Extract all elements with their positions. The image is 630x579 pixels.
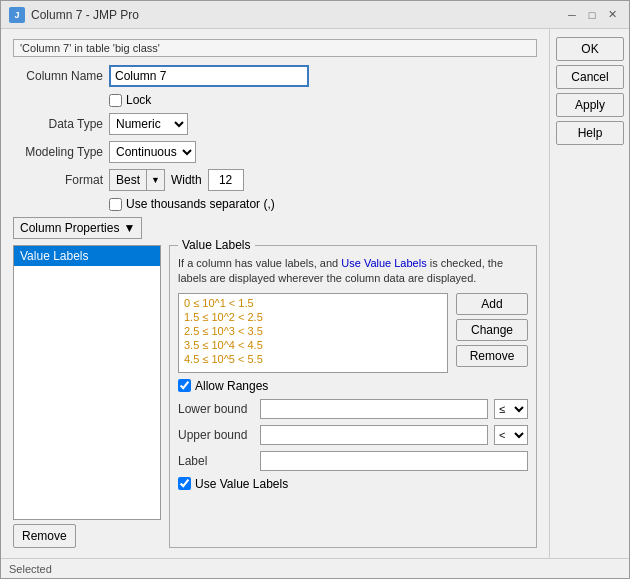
value-labels-buttons: Add Change Remove [456,293,528,373]
value-labels-description: If a column has value labels, and Use Va… [178,256,528,287]
data-type-row: Data Type Numeric Character [13,113,537,135]
label-field-label: Label [178,454,254,468]
column-properties-row: Column Properties ▼ [13,217,537,239]
column-name-row: Column Name [13,65,537,87]
remove-property-button[interactable]: Remove [13,524,76,548]
format-controls: Best ▼ Width [109,169,244,191]
use-value-labels-row: Use Value Labels [178,477,528,491]
side-panel: OK Cancel Apply Help [549,29,629,558]
remove-label-button[interactable]: Remove [456,345,528,367]
data-type-label: Data Type [13,117,103,131]
lock-label: Lock [126,93,151,107]
cancel-button[interactable]: Cancel [556,65,624,89]
format-row: Format Best ▼ Width [13,169,537,191]
add-label-button[interactable]: Add [456,293,528,315]
vl-item-0[interactable]: 0 ≤ 10^1 < 1.5 [181,296,445,310]
apply-button[interactable]: Apply [556,93,624,117]
lower-bound-input[interactable] [260,399,488,419]
upper-bound-operator[interactable]: < ≤ [494,425,528,445]
column-properties-label: Column Properties [20,221,119,235]
maximize-button[interactable]: □ [583,6,601,24]
lower-bound-operator[interactable]: ≤ < [494,399,528,419]
lock-row: Lock [109,93,537,107]
allow-ranges-checkbox[interactable] [178,379,191,392]
label-input[interactable] [260,451,528,471]
upper-bound-label: Upper bound [178,428,254,442]
allow-ranges-label: Allow Ranges [195,379,268,393]
column-name-input[interactable] [109,65,309,87]
value-labels-group-title: Value Labels [178,238,255,252]
modeling-type-label: Modeling Type [13,145,103,159]
list-panel: Value Labels Remove [13,245,161,548]
format-arrow-icon: ▼ [146,170,164,190]
app-icon: J [9,7,25,23]
allow-ranges-row: Allow Ranges [178,379,528,393]
lock-checkbox[interactable] [109,94,122,107]
width-input[interactable] [208,169,244,191]
help-button[interactable]: Help [556,121,624,145]
data-type-select[interactable]: Numeric Character [109,113,188,135]
vl-item-3[interactable]: 3.5 ≤ 10^4 < 4.5 [181,338,445,352]
window-title: Column 7 - JMP Pro [31,8,139,22]
title-bar: J Column 7 - JMP Pro ─ □ ✕ [1,1,629,29]
use-value-labels-label: Use Value Labels [195,477,288,491]
thousands-label: Use thousands separator (,) [126,197,275,211]
modeling-type-row: Modeling Type Continuous Ordinal Nominal [13,141,537,163]
thousands-row: Use thousands separator (,) [109,197,537,211]
value-labels-panel: Value Labels If a column has value label… [169,245,537,548]
ok-button[interactable]: OK [556,37,624,61]
vl-item-4[interactable]: 4.5 ≤ 10^5 < 5.5 [181,352,445,366]
width-label: Width [171,173,202,187]
bottom-section: Value Labels Remove Value Labels If a co… [13,245,537,548]
content-area: 'Column 7' in table 'big class' Column N… [1,29,629,558]
modeling-type-select[interactable]: Continuous Ordinal Nominal [109,141,196,163]
status-text: Selected [9,563,52,575]
format-label: Format [13,173,103,187]
main-panel: 'Column 7' in table 'big class' Column N… [1,29,549,558]
table-label: 'Column 7' in table 'big class' [13,39,537,57]
format-best-button[interactable]: Best ▼ [109,169,165,191]
value-labels-group: Value Labels If a column has value label… [169,245,537,548]
column-properties-button[interactable]: Column Properties ▼ [13,217,142,239]
vl-item-1[interactable]: 1.5 ≤ 10^2 < 2.5 [181,310,445,324]
column-name-label: Column Name [13,69,103,83]
minimize-button[interactable]: ─ [563,6,581,24]
upper-bound-input[interactable] [260,425,488,445]
column-properties-arrow-icon: ▼ [123,221,135,235]
lower-bound-label: Lower bound [178,402,254,416]
use-value-labels-checkbox[interactable] [178,477,191,490]
upper-bound-row: Upper bound < ≤ [178,425,528,445]
close-button[interactable]: ✕ [603,6,621,24]
lower-bound-row: Lower bound ≤ < [178,399,528,419]
value-labels-list[interactable]: 0 ≤ 10^1 < 1.5 1.5 ≤ 10^2 < 2.5 2.5 ≤ 10… [178,293,448,373]
properties-list[interactable]: Value Labels [13,245,161,520]
change-label-button[interactable]: Change [456,319,528,341]
label-row: Label [178,451,528,471]
vl-item-2[interactable]: 2.5 ≤ 10^3 < 3.5 [181,324,445,338]
value-labels-content: 0 ≤ 10^1 < 1.5 1.5 ≤ 10^2 < 2.5 2.5 ≤ 10… [178,293,528,373]
format-best-label: Best [110,173,146,187]
list-item[interactable]: Value Labels [14,246,160,266]
main-window: J Column 7 - JMP Pro ─ □ ✕ 'Column 7' in… [0,0,630,579]
title-controls: ─ □ ✕ [563,6,621,24]
status-bar: Selected [1,558,629,578]
title-bar-left: J Column 7 - JMP Pro [9,7,139,23]
thousands-checkbox[interactable] [109,198,122,211]
